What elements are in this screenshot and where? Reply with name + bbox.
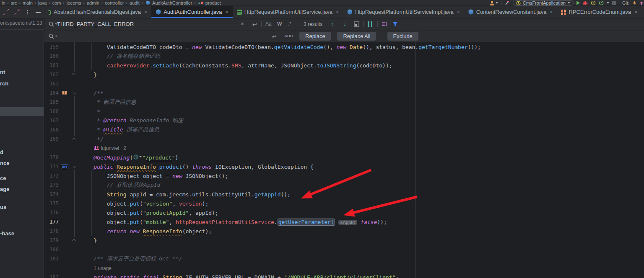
code-line[interactable]: 168 * @Title 部署产品信息 — [44, 125, 644, 134]
newline-icon[interactable] — [271, 34, 277, 39]
code-line[interactable]: 162 } — [44, 70, 644, 79]
breadcrumb-item[interactable]: src — [11, 0, 17, 5]
regex-toggle[interactable]: .* — [288, 21, 291, 27]
code-line[interactable]: 182 private static final String IF_AUTH_… — [44, 273, 644, 278]
code-line[interactable]: 163 — [44, 79, 644, 88]
tree-item[interactable]: nce — [0, 160, 9, 166]
close-icon[interactable]: × — [226, 9, 229, 15]
hide-panel-icon[interactable]: — — [36, 9, 41, 15]
breadcrumb-item[interactable]: com — [52, 0, 61, 5]
more-run-actions-chevron[interactable] — [607, 2, 609, 4]
fold-marker[interactable] — [70, 73, 78, 76]
newline-icon[interactable] — [252, 22, 257, 27]
breadcrumb-item[interactable]: java — [38, 0, 47, 5]
code-line[interactable]: 159 ValidateCodeDTO codeDto = new Valida… — [44, 42, 644, 51]
breadcrumb-item[interactable]: AuditAuthController — [145, 0, 192, 5]
breadcrumb-item[interactable]: main — [23, 0, 33, 5]
code-line[interactable]: 172 JSONObject object = new JSONObject()… — [44, 171, 644, 180]
close-icon[interactable]: × — [144, 9, 147, 15]
code-line[interactable]: 170 @GetMapping("/product") — [44, 153, 644, 162]
tab-rpcerrorcodeenum-java[interactable]: RPCErrorCodeEnum.java× — [557, 6, 641, 18]
close-icon[interactable]: × — [457, 9, 460, 15]
code-line[interactable]: 178 return new ResponseInfo(object); — [44, 227, 644, 236]
code-line[interactable]: 160 // 服务端存储验证码 — [44, 51, 644, 61]
run-configuration-select[interactable]: CmsFrontApplication — [513, 0, 574, 6]
code-line[interactable]: 171API public ResponseInfo product() thr… — [44, 162, 644, 171]
filter-funnel-icon[interactable] — [392, 22, 398, 27]
tab-httprequestplatformutilservice-java[interactable]: HttpRequestPlatformUtilService.java× — [233, 6, 343, 18]
tab-contentreviewconstant-java[interactable]: ContentReviewConstant.java× — [464, 6, 557, 18]
debug-button[interactable] — [583, 0, 588, 5]
tree-item[interactable]: d — [0, 149, 3, 155]
next-occurrence-button[interactable]: ↓ — [343, 21, 346, 27]
expand-window-icon[interactable]: ↗↙ — [3, 9, 9, 15]
tree-item[interactable]: nt — [0, 69, 5, 75]
code-line[interactable]: 161 cacheProvider.setCache(CacheConstant… — [44, 61, 644, 70]
breadcrumb-item[interactable]: product — [198, 0, 221, 5]
run-with-coverage-button[interactable] — [591, 0, 596, 5]
button-exclude[interactable]: Exclude — [387, 32, 418, 41]
breadcrumb-item[interactable]: controller — [105, 0, 124, 5]
code-line[interactable]: 1 usage — [44, 263, 644, 273]
stop-button[interactable] — [612, 1, 616, 5]
tree-item[interactable]: -base — [0, 230, 14, 237]
git-push-button[interactable] — [640, 0, 643, 5]
search-in-selection-toggle[interactable] — [368, 21, 372, 27]
more-options-icon[interactable]: ⋮ — [25, 9, 30, 15]
search-icon[interactable] — [49, 21, 57, 27]
preserve-case-toggle[interactable]: ABC — [284, 34, 293, 38]
code-line[interactable]: 166 * — [44, 107, 644, 116]
breadcrumb-item[interactable]: in — [2, 0, 5, 5]
collapse-window-icon[interactable]: ↙↗ — [14, 9, 20, 15]
button-replace-all[interactable]: Replace All — [337, 32, 376, 41]
run-button[interactable] — [576, 1, 580, 5]
fold-marker[interactable] — [70, 165, 78, 168]
tree-selected-row[interactable] — [0, 107, 44, 116]
breadcrumb-item[interactable]: audit — [130, 0, 140, 5]
code-line[interactable]: lujunwei +2 — [44, 144, 644, 153]
match-case-toggle[interactable]: Aa — [265, 21, 272, 27]
code-line[interactable]: 181 /** 请求云平台是否授权 Get **/ — [44, 254, 644, 263]
fold-marker[interactable] — [70, 239, 78, 242]
open-in-find-window-icon[interactable] — [354, 21, 359, 27]
code-editor[interactable]: 159 ValidateCodeDTO codeDto = new Valida… — [44, 42, 644, 278]
git-update-button[interactable] — [632, 0, 637, 5]
code-line[interactable]: 169 */ — [44, 134, 644, 144]
code-line[interactable]: 164 /** — [44, 88, 644, 98]
button-replace[interactable]: Replace — [299, 32, 331, 41]
code-line[interactable]: 179 } — [44, 236, 644, 245]
code-line[interactable]: 174 String appId = com.jeecms.utils.Chas… — [44, 190, 644, 199]
close-icon[interactable]: × — [550, 9, 553, 15]
replace-field-icon[interactable] — [49, 33, 57, 39]
fold-marker[interactable] — [70, 138, 78, 140]
code-line[interactable]: 177 object.put("mobile", httpRequestPlat… — [44, 217, 644, 227]
tree-item[interactable]: us — [0, 204, 6, 210]
code-line[interactable]: 167 * @return ResponseInfo 响应 — [44, 116, 644, 125]
breadcrumb-separator: › — [142, 0, 143, 5]
close-icon[interactable]: × — [634, 9, 637, 15]
fold-marker[interactable] — [70, 92, 78, 94]
filter-search-results-icon[interactable] — [382, 22, 388, 27]
tab-abstracthashcredentialsdigest-java[interactable]: AbstractHashCredentialsDigest.java× — [44, 6, 151, 18]
build-pickaxe-icon[interactable] — [504, 0, 510, 6]
tree-item[interactable]: rch — [0, 80, 8, 87]
words-toggle[interactable]: W — [277, 21, 282, 27]
code-line[interactable]: 175 object.put("version", version); — [44, 199, 644, 208]
profiler-button[interactable] — [599, 0, 604, 5]
code-line[interactable]: 176 object.put("productAppId", appId); — [44, 208, 644, 217]
search-input[interactable]: THIRD_PARTY_CALL_ERROR — [57, 21, 134, 27]
tab-httprequestplatformutilserviceimpl-java[interactable]: HttpRequestPlatformUtilServiceImpl.java× — [343, 6, 464, 18]
tab-auditauthcontroller-java[interactable]: AuditAuthController.java× — [151, 6, 233, 18]
code-line[interactable]: 165 * 部署产品信息 — [44, 98, 644, 107]
code-line[interactable]: 173 // 获取该系统AppId — [44, 180, 644, 190]
previous-occurrence-button[interactable]: ↑ — [331, 21, 334, 27]
close-search-icon[interactable]: × — [241, 21, 244, 27]
breadcrumb-item[interactable]: jeecms — [67, 0, 81, 5]
code-line[interactable]: 180 — [44, 245, 644, 254]
tree-item[interactable]: age — [0, 186, 9, 192]
tab-cont[interactable]: Cont — [641, 6, 644, 18]
breadcrumb-item[interactable]: admin — [87, 0, 99, 5]
tree-item[interactable]: ce — [0, 175, 6, 181]
close-icon[interactable]: × — [336, 9, 339, 15]
profile-button[interactable] — [489, 0, 498, 6]
